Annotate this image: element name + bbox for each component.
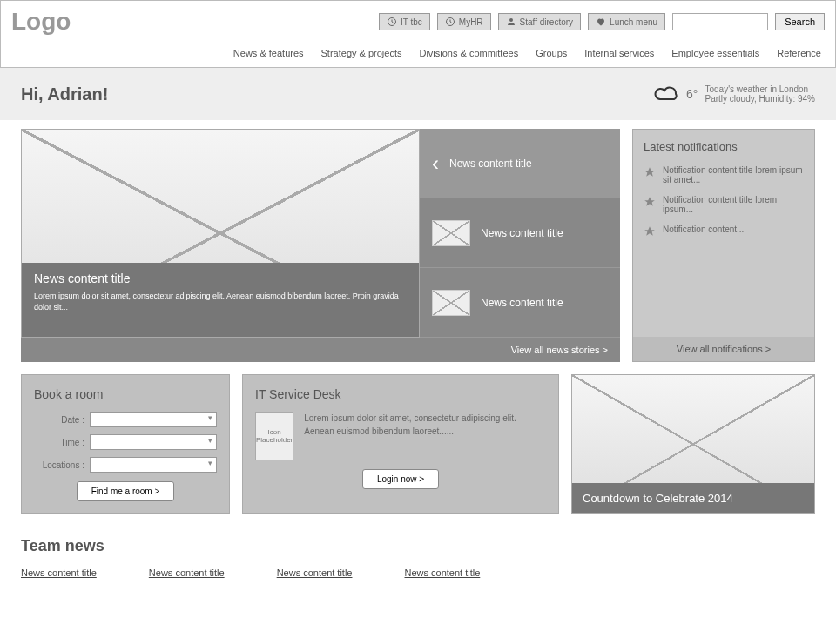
quick-link-tbc[interactable]: IT tbc [379, 13, 430, 30]
thumbnail-icon [432, 220, 470, 246]
find-room-button[interactable]: Find me a room > [77, 481, 175, 501]
location-label: Locations : [34, 460, 84, 470]
nav-divisions[interactable]: Divisions & committees [419, 48, 518, 58]
heart-icon [596, 17, 606, 27]
thumbnail-icon [432, 290, 470, 316]
cloud-icon [651, 84, 679, 104]
icon-placeholder: Icon Placeholder [255, 412, 293, 460]
clock-icon [387, 17, 397, 27]
nav-employee-essentials[interactable]: Employee essentials [671, 48, 759, 58]
quick-link-myhr[interactable]: MyHR [437, 13, 491, 30]
quick-link-lunch-menu[interactable]: Lunch menu [588, 13, 665, 30]
team-news-link[interactable]: News content title [277, 567, 353, 578]
nav-reference[interactable]: Reference [777, 48, 821, 58]
star-icon [644, 196, 656, 208]
star-icon [644, 225, 656, 238]
weather-temp: 6° [686, 87, 698, 101]
news-side-item-2[interactable]: News content title [420, 198, 620, 268]
logo: Logo [11, 8, 71, 36]
greeting-bar: Hi, Adrian! 6° Today's weather in London… [0, 68, 836, 120]
team-news-link[interactable]: News content title [149, 567, 225, 578]
team-news-section: Team news News content title News conten… [21, 537, 815, 578]
news-side-item-3[interactable]: News content title [420, 268, 620, 338]
search-button[interactable]: Search [775, 13, 825, 30]
countdown-card[interactable]: Countdown to Celebrate 2014 [571, 374, 815, 514]
login-now-button[interactable]: Login now > [362, 469, 439, 489]
nav-strategy[interactable]: Strategy & projects [321, 48, 402, 58]
it-desk-heading: IT Service Desk [255, 387, 546, 401]
time-label: Time : [34, 438, 84, 447]
news-hero-image[interactable]: News content title Lorem ipsum dolor sit… [21, 129, 420, 338]
nav-internal-services[interactable]: Internal services [584, 48, 654, 58]
svg-point-2 [509, 18, 513, 22]
notification-item[interactable]: Notification content title lorem ipsum s… [633, 160, 814, 190]
location-select[interactable] [90, 457, 217, 473]
quick-link-staff-directory[interactable]: Staff directory [498, 13, 582, 30]
nav-groups[interactable]: Groups [536, 48, 567, 58]
countdown-label: Countdown to Celebrate 2014 [572, 483, 814, 513]
search-input[interactable] [672, 13, 768, 30]
notifications-panel: Latest notifications Notification conten… [632, 129, 815, 362]
time-select[interactable] [90, 434, 217, 450]
chevron-left-icon: ‹ [432, 151, 439, 176]
header: Logo IT tbc MyHR Staff directory Lunch m… [0, 0, 836, 68]
notifications-heading: Latest notifications [633, 130, 814, 160]
team-news-heading: Team news [21, 537, 815, 555]
team-news-link[interactable]: News content title [404, 567, 480, 578]
notification-item[interactable]: Notification content... [633, 219, 814, 243]
it-service-desk-card: IT Service Desk Icon Placeholder Lorem i… [242, 374, 559, 514]
weather-line2: Partly cloudy, Humidity: 94% [705, 94, 815, 104]
news-side-item-1[interactable]: ‹ News content title [420, 129, 620, 198]
book-room-heading: Book a room [34, 387, 217, 401]
nav-news[interactable]: News & features [233, 48, 304, 58]
book-room-card: Book a room Date : Time : Locations : Fi… [21, 374, 230, 514]
notification-item[interactable]: Notification content title lorem ipsum..… [633, 190, 814, 219]
weather-line1: Today's weather in London [705, 84, 815, 94]
greeting-text: Hi, Adrian! [21, 84, 108, 104]
person-icon [506, 17, 516, 27]
news-block: News content title Lorem ipsum dolor sit… [21, 129, 620, 362]
news-hero-desc: Lorem ipsum dolor sit amet, consectetur … [34, 291, 407, 312]
team-news-link[interactable]: News content title [21, 567, 97, 578]
news-hero-title: News content title [34, 272, 407, 285]
star-icon [644, 166, 656, 178]
date-select[interactable] [90, 412, 217, 427]
view-all-news-link[interactable]: View all news stories > [21, 338, 620, 362]
date-label: Date : [34, 415, 84, 425]
main-nav: News & features Strategy & projects Divi… [11, 36, 825, 67]
weather-widget: 6° Today's weather in London Partly clou… [651, 84, 815, 104]
it-desk-text: Lorem ipsum dolor sit amet, consectetur … [304, 412, 546, 460]
clock-icon [445, 17, 455, 27]
view-all-notifications-link[interactable]: View all notifications > [633, 337, 814, 361]
